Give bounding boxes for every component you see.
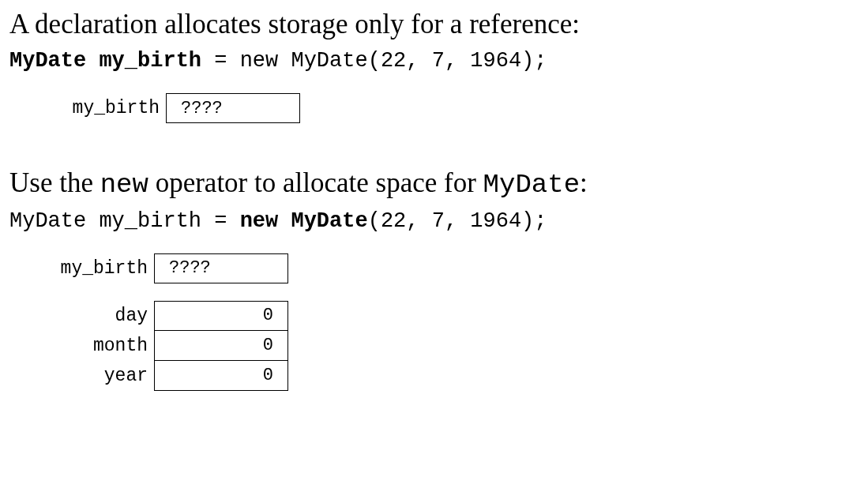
code-rest: = new MyDate(22, 7, 1964); [201, 49, 547, 73]
var-box: ???? [154, 253, 288, 283]
heading-mid: operator to allocate space for [148, 167, 483, 198]
field-box: 0 [154, 361, 288, 391]
code-pre: MyDate my_birth = [9, 209, 240, 233]
field-value: 0 [263, 366, 273, 385]
heading-tt1: new [100, 170, 148, 200]
diagram-row: my_birth ???? [65, 93, 859, 123]
field-box: 0 [154, 301, 288, 331]
section1-heading: A declaration allocates storage only for… [9, 8, 859, 41]
field-value: 0 [263, 306, 273, 325]
heading-text: A declaration allocates storage only for… [9, 9, 580, 39]
field-row: year 0 [53, 361, 859, 391]
heading-end: : [580, 167, 588, 198]
section2-heading: Use the new operator to allocate space f… [9, 167, 859, 201]
diagram-row-var: my_birth ???? [53, 253, 859, 283]
object-fields: day 0 month 0 year 0 [53, 301, 859, 391]
var-label: my_birth [65, 93, 166, 123]
code-post: (22, 7, 1964); [368, 209, 547, 233]
var-label: my_birth [53, 253, 154, 283]
field-label: month [53, 331, 154, 361]
section1-diagram: my_birth ???? [65, 93, 859, 123]
var-box: ???? [166, 93, 300, 123]
field-box: 0 [154, 331, 288, 361]
var-value: ???? [169, 258, 211, 278]
heading-pre: Use the [9, 167, 100, 198]
heading-tt2: MyDate [483, 170, 580, 200]
field-value: 0 [263, 336, 273, 355]
code-bold: MyDate my_birth [9, 49, 201, 73]
code-bold: new MyDate [240, 209, 368, 233]
field-row: day 0 [53, 301, 859, 331]
field-label: year [53, 361, 154, 391]
section1-code: MyDate my_birth = new MyDate(22, 7, 1964… [9, 49, 859, 73]
section2-diagram: my_birth ???? day 0 month 0 year 0 [53, 253, 859, 391]
diagram-gap [53, 283, 859, 301]
field-label: day [53, 301, 154, 331]
field-row: month 0 [53, 331, 859, 361]
section2-code: MyDate my_birth = new MyDate(22, 7, 1964… [9, 209, 859, 233]
var-value: ???? [181, 99, 223, 118]
